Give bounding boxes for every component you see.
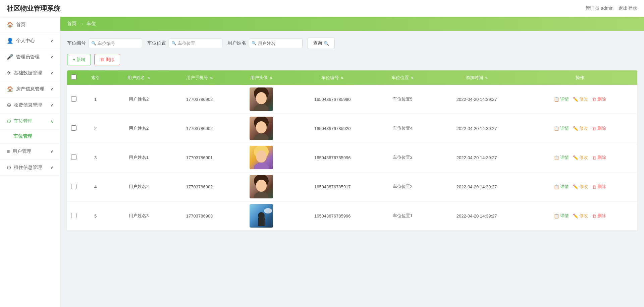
row-car-number: 165043676785990 xyxy=(290,85,374,114)
username-search-input[interactable] xyxy=(249,39,303,48)
row-car-location: 车位位置2 xyxy=(374,172,431,201)
row-phone: 17703786901 xyxy=(167,143,232,172)
sort-icon-car-location[interactable]: ⇅ xyxy=(411,76,414,80)
edit-button[interactable]: ✏️ 修改 xyxy=(573,125,588,131)
row-index: 2 xyxy=(80,114,110,143)
row-actions: 📋 详情 ✏️ 修改 🗑 删除 xyxy=(523,114,637,143)
detail-button[interactable]: 📋 详情 xyxy=(554,96,569,102)
remove-label: 删除 xyxy=(597,184,606,190)
row-checkbox[interactable] xyxy=(71,213,76,218)
remove-button[interactable]: 🗑 删除 xyxy=(592,213,606,219)
sidebar-item-home[interactable]: 🏠 首页 xyxy=(0,17,60,33)
delete-button-label: 🗑 删除 xyxy=(100,57,114,63)
row-car-number: 165043676785996 xyxy=(290,201,374,231)
remove-label: 删除 xyxy=(597,213,606,219)
search-field-car-number: 车位编号 🔍 xyxy=(67,39,142,48)
edit-icon: ✏️ xyxy=(573,155,578,160)
svg-point-14 xyxy=(256,180,267,192)
row-add-time: 2022-04-20 14:39:27 xyxy=(431,201,523,231)
chevron-down-icon: ∨ xyxy=(50,39,53,43)
row-car-location: 车位位置1 xyxy=(374,201,431,231)
detail-label: 详情 xyxy=(560,125,569,131)
sidebar-item-basic-data[interactable]: ✈ 基础数据管理 ∨ xyxy=(0,65,60,81)
sort-icon-car-number[interactable]: ⇅ xyxy=(341,76,343,80)
sort-icon-username[interactable]: ⇅ xyxy=(147,76,150,80)
add-button-label: + 新增 xyxy=(73,57,85,63)
col-car-number: 车位编号 ⇅ xyxy=(290,70,374,85)
chevron-down-icon-3: ∨ xyxy=(50,71,53,75)
car-location-input[interactable] xyxy=(169,39,222,48)
sidebar-label-rental: 租住信息管理 xyxy=(14,165,42,171)
remove-button[interactable]: 🗑 删除 xyxy=(592,184,606,190)
select-all-checkbox[interactable] xyxy=(71,74,76,80)
row-checkbox[interactable] xyxy=(71,125,76,131)
detail-button[interactable]: 📋 详情 xyxy=(554,155,569,161)
basic-data-icon: ✈ xyxy=(7,70,11,76)
row-phone: 17703786903 xyxy=(167,201,232,231)
detail-label: 详情 xyxy=(560,96,569,102)
admin-icon: 🎤 xyxy=(7,54,13,60)
row-checkbox[interactable] xyxy=(71,184,76,189)
sidebar-item-admin-mgmt[interactable]: 🎤 管理员管理 ∨ xyxy=(0,49,60,65)
remove-button[interactable]: 🗑 删除 xyxy=(592,155,606,161)
search-icon-2: 🔍 xyxy=(171,41,176,46)
table-row: 1用户姓名217703786902165043676785990车位位置5202… xyxy=(67,85,637,114)
row-username: 用户姓名2 xyxy=(110,85,167,114)
col-index: 索引 xyxy=(80,70,110,85)
trash-icon: 🗑 xyxy=(592,97,596,102)
detail-icon: 📋 xyxy=(554,155,559,160)
row-actions: 📋 详情 ✏️ 修改 🗑 删除 xyxy=(523,201,637,231)
detail-button[interactable]: 📋 详情 xyxy=(554,125,569,131)
sidebar-item-property[interactable]: 🏠 房产信息管理 ∨ xyxy=(0,81,60,97)
sidebar-item-fee[interactable]: ⊕ 收费信息管理 ∨ xyxy=(0,97,60,113)
row-checkbox[interactable] xyxy=(71,155,76,160)
row-checkbox[interactable] xyxy=(71,96,76,102)
table-header-row: 索引 用户姓名 ⇅ 用户手机号 ⇅ 用户头像 xyxy=(67,70,637,85)
trash-icon: 🗑 xyxy=(592,126,596,131)
table-row: 3用户姓名117703786901165043676785996车位位置3202… xyxy=(67,143,637,172)
sort-icon-phone[interactable]: ⇅ xyxy=(210,76,213,80)
sort-icon-add-time[interactable]: ⇅ xyxy=(485,76,488,80)
car-number-input[interactable] xyxy=(89,39,142,48)
sort-icon-avatar[interactable]: ⇅ xyxy=(270,76,272,80)
row-checkbox-cell xyxy=(67,143,80,172)
sidebar-item-personal[interactable]: 👤 个人中心 ∨ xyxy=(0,33,60,49)
search-button[interactable]: 查询 🔍 xyxy=(308,38,335,49)
sidebar-subitem-parking-mgmt[interactable]: 车位管理 xyxy=(0,129,60,144)
detail-button[interactable]: 📋 详情 xyxy=(554,213,569,219)
sidebar-item-user[interactable]: ≡ 用户管理 ∨ xyxy=(0,144,60,160)
row-username: 用户姓名3 xyxy=(110,201,167,231)
edit-button[interactable]: ✏️ 修改 xyxy=(573,155,588,161)
edit-button[interactable]: ✏️ 修改 xyxy=(573,213,588,219)
breadcrumb-arrow: → xyxy=(79,21,84,26)
col-car-location: 车位位置 ⇅ xyxy=(374,70,431,85)
remove-label: 删除 xyxy=(597,96,606,102)
logout-button[interactable]: 退出登录 xyxy=(619,5,637,11)
row-index: 3 xyxy=(80,143,110,172)
breadcrumb-home[interactable]: 首页 xyxy=(67,21,76,27)
row-username: 用户姓名2 xyxy=(110,114,167,143)
sidebar-item-rental[interactable]: ⊙ 租住信息管理 ∨ xyxy=(0,160,60,176)
search-field-car-location: 车位位置 🔍 xyxy=(147,39,222,48)
detail-label: 详情 xyxy=(560,213,569,219)
remove-button[interactable]: 🗑 删除 xyxy=(592,125,606,131)
detail-icon: 📋 xyxy=(554,126,559,131)
property-icon: 🏠 xyxy=(7,86,13,92)
edit-button[interactable]: ✏️ 修改 xyxy=(573,96,588,102)
trash-icon: 🗑 xyxy=(592,155,596,160)
edit-button[interactable]: ✏️ 修改 xyxy=(573,184,588,190)
detail-button[interactable]: 📋 详情 xyxy=(554,184,569,190)
sidebar-item-parking[interactable]: ⊙ 车位管理 ∧ xyxy=(0,113,60,129)
remove-button[interactable]: 🗑 删除 xyxy=(592,96,606,102)
chevron-down-icon-8: ∨ xyxy=(50,165,53,170)
row-actions: 📋 详情 ✏️ 修改 🗑 删除 xyxy=(523,143,637,172)
detail-label: 详情 xyxy=(560,155,569,161)
col-actions: 操作 xyxy=(523,70,637,85)
select-all-header[interactable] xyxy=(67,70,80,85)
batch-delete-button[interactable]: 🗑 删除 xyxy=(94,54,120,65)
header-right: 管理员 admin 退出登录 xyxy=(585,5,637,11)
content-area: 车位编号 🔍 车位位置 🔍 用户姓名 🔍 xyxy=(60,31,644,237)
row-avatar xyxy=(232,114,290,143)
add-button[interactable]: + 新增 xyxy=(67,54,91,65)
row-checkbox-cell xyxy=(67,172,80,201)
